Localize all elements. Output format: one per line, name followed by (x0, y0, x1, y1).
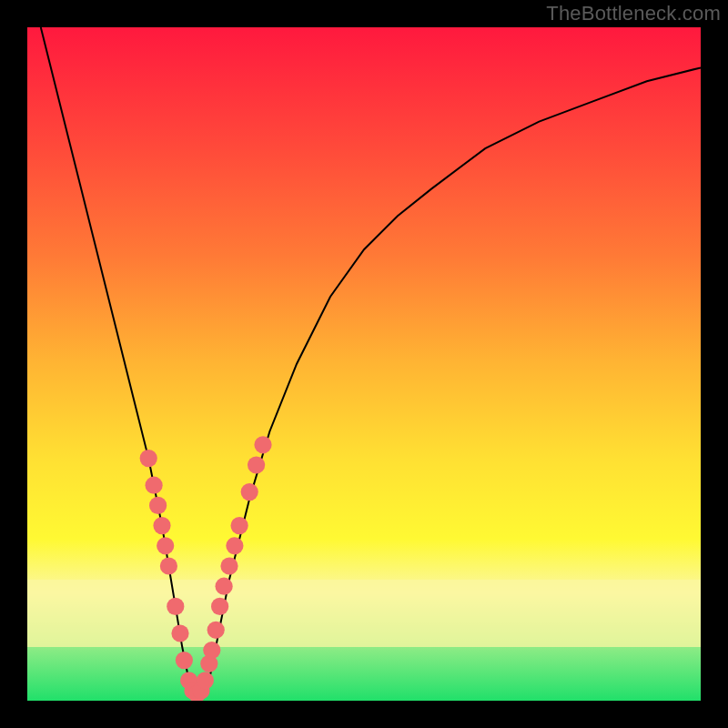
marker-dot (157, 537, 174, 554)
marker-dot (207, 622, 225, 639)
marker-dot (153, 517, 170, 534)
chart-frame: TheBottleneck.com (0, 0, 728, 728)
marker-dot (176, 652, 193, 669)
marker-dot (167, 598, 184, 615)
marker-dot (197, 672, 214, 689)
marker-dot (160, 557, 177, 574)
curve-line (41, 27, 701, 694)
marker-dot (241, 483, 258, 500)
watermark-text: TheBottleneck.com (546, 2, 721, 25)
marker-dot (140, 450, 157, 467)
marker-dot (226, 537, 243, 554)
chart-svg (27, 27, 701, 701)
marker-dot (146, 477, 163, 494)
marker-dot (203, 642, 220, 659)
marker-dot (216, 578, 233, 595)
marker-dot (248, 456, 265, 473)
marker-dot (220, 557, 238, 574)
marker-dot (211, 598, 228, 615)
marker-dot (149, 497, 167, 514)
marker-dots (140, 436, 272, 701)
marker-dot (171, 624, 188, 642)
marker-dot (231, 517, 248, 534)
marker-dot (254, 436, 271, 453)
